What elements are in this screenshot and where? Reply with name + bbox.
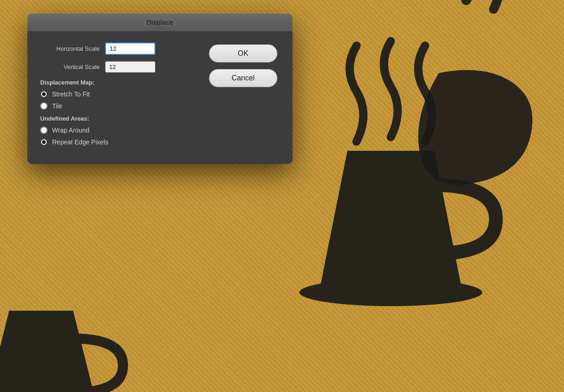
stretch-to-fit-option[interactable]: Stretch To Fit: [40, 90, 197, 98]
tile-radio[interactable]: [40, 102, 48, 110]
displacement-map-header: Displacement Map:: [40, 79, 197, 86]
undefined-areas-header: Undefined Areas:: [40, 115, 197, 122]
stretch-to-fit-radio[interactable]: [40, 90, 48, 98]
displacement-map-group: Stretch To Fit Tile: [40, 90, 197, 110]
dialog-title: Displace: [146, 18, 173, 26]
cancel-button[interactable]: Cancel: [209, 69, 277, 87]
dialog-titlebar: Displace: [27, 14, 293, 32]
displace-dialog: Displace Horizontal Scale Vertical Scale…: [27, 14, 293, 164]
tile-label: Tile: [52, 102, 62, 110]
horizontal-scale-label: Horizontal Scale: [40, 45, 100, 52]
vertical-scale-input[interactable]: [105, 61, 155, 73]
repeat-edge-label: Repeat Edge Pixels: [52, 138, 108, 146]
wrap-around-radio[interactable]: [40, 127, 48, 134]
dialog-wrapper: Displace Horizontal Scale Vertical Scale…: [27, 14, 293, 164]
stretch-to-fit-label: Stretch To Fit: [52, 90, 90, 98]
vertical-scale-label: Vertical Scale: [40, 64, 100, 70]
undefined-areas-group: Wrap Around Repeat Edge Pixels: [40, 127, 197, 146]
wrap-around-label: Wrap Around: [52, 127, 89, 134]
tile-option[interactable]: Tile: [40, 102, 197, 110]
vertical-scale-row: Vertical Scale: [40, 61, 197, 73]
ok-button[interactable]: OK: [209, 44, 277, 63]
repeat-edge-option[interactable]: Repeat Edge Pixels: [40, 138, 197, 146]
wrap-around-option[interactable]: Wrap Around: [40, 127, 197, 134]
dialog-left: Horizontal Scale Vertical Scale Displace…: [40, 42, 197, 151]
dialog-right: OK Cancel: [207, 42, 280, 151]
horizontal-scale-input[interactable]: [105, 42, 155, 55]
horizontal-scale-row: Horizontal Scale: [40, 42, 197, 55]
dialog-body: Horizontal Scale Vertical Scale Displace…: [27, 32, 293, 164]
repeat-edge-radio[interactable]: [40, 138, 48, 146]
